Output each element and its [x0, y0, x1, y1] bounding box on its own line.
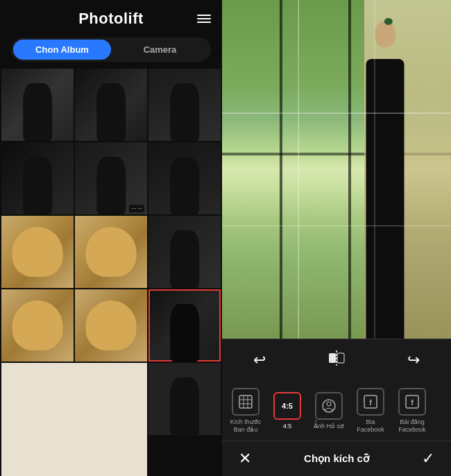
- bottom-bar: ✕ Chọn kích cỡ ✓: [222, 441, 451, 476]
- size-label-original: Kích thướcBan đầu: [230, 418, 262, 434]
- menu-icon[interactable]: [197, 15, 211, 23]
- photo-cell[interactable]: [75, 216, 147, 288]
- size-option-post-fb[interactable]: f Bài đăngFacebook: [394, 388, 430, 434]
- size-options-bar: Kích thướcBan đầu 4:5 4:5 Ảnh Hồ sơ: [222, 381, 451, 441]
- svg-rect-7: [239, 396, 252, 408]
- logo-photo: Photo: [78, 10, 124, 27]
- preview-area: [222, 0, 451, 339]
- svg-rect-5: [337, 353, 344, 363]
- menu-bar-3: [197, 22, 211, 23]
- size-label-post-fb: Bài đăngFacebook: [398, 418, 426, 434]
- photo-cell-selected[interactable]: [148, 289, 221, 362]
- photo-cell[interactable]: [148, 69, 221, 141]
- app-logo: Photolift: [78, 10, 144, 28]
- logo-lift: lift: [124, 10, 144, 27]
- size-icon-bia-fb: f: [357, 388, 384, 416]
- flip-svg: [327, 350, 346, 366]
- tab-camera[interactable]: Camera: [111, 40, 209, 60]
- size-icon-4-5: 4:5: [273, 392, 301, 420]
- size-option-profile[interactable]: Ảnh Hồ sơ: [311, 392, 347, 430]
- size-label-bia-fb: BiaFacebook: [357, 418, 384, 434]
- size-icon-original: [232, 388, 259, 416]
- preview-image: [222, 0, 451, 339]
- photo-cell[interactable]: [1, 142, 74, 214]
- photo-cell[interactable]: Tiền phòng: 2600. Điện: 1760x3 = 390k. N…: [1, 363, 147, 476]
- redo-icon[interactable]: ↪: [400, 348, 427, 372]
- right-panel: ↩ ↪ Kích thướcBan đầu: [222, 0, 451, 476]
- photo-cell[interactable]: [1, 216, 74, 288]
- size-option-original[interactable]: Kích thướcBan đầu: [228, 388, 264, 434]
- photo-cell[interactable]: [75, 69, 147, 141]
- photo-cell[interactable]: [75, 289, 147, 362]
- left-panel: Photolift Chon Album Camera ··· ···: [0, 0, 222, 476]
- action-bar: ↩ ↪: [222, 339, 451, 381]
- photo-cell[interactable]: [148, 363, 221, 435]
- svg-text:f: f: [369, 398, 372, 407]
- confirm-icon[interactable]: ✓: [422, 450, 434, 468]
- size-icon-profile: [315, 392, 343, 420]
- svg-rect-4: [329, 353, 336, 363]
- bottom-title: Chọn kích cỡ: [304, 452, 369, 465]
- size-4-5-label: 4:5: [282, 402, 293, 410]
- app-header: Photolift: [0, 0, 222, 37]
- tab-bar: Chon Album Camera: [11, 37, 211, 62]
- flip-icon[interactable]: [321, 348, 352, 373]
- photo-cell[interactable]: [1, 289, 74, 362]
- photo-cell[interactable]: ··· ···: [75, 142, 147, 214]
- svg-text:f: f: [411, 398, 414, 407]
- menu-bar-1: [197, 15, 211, 16]
- size-option-bia-fb[interactable]: f BiaFacebook: [352, 388, 389, 434]
- cancel-icon[interactable]: ✕: [239, 450, 251, 468]
- size-icon-post-fb: f: [398, 388, 426, 416]
- size-option-4-5[interactable]: 4:5 4:5: [269, 392, 305, 430]
- size-label-4-5: 4:5: [283, 423, 292, 430]
- size-label-profile: Ảnh Hồ sơ: [314, 423, 344, 430]
- tab-album[interactable]: Chon Album: [13, 40, 111, 60]
- photo-badge: ··· ···: [129, 205, 144, 212]
- photo-cell[interactable]: [1, 69, 74, 141]
- photo-cell[interactable]: [148, 142, 221, 214]
- person-figure: [357, 21, 413, 339]
- photo-grid: ··· ··· Tiền phòng: 2600. Điện: 1760x3 =…: [0, 69, 222, 476]
- photo-cell[interactable]: [148, 216, 221, 288]
- undo-icon[interactable]: ↩: [246, 348, 273, 372]
- svg-point-13: [327, 402, 331, 406]
- menu-bar-2: [197, 18, 211, 19]
